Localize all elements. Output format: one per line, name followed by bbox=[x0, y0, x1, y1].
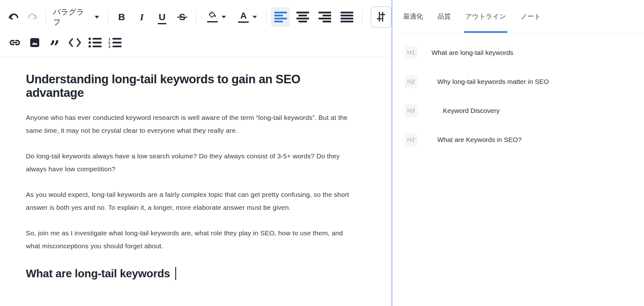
subheading-text: What are long-tail keywords bbox=[26, 267, 170, 280]
blockquote-button[interactable]: ” bbox=[47, 35, 62, 50]
tab-label: 品質 bbox=[438, 12, 451, 21]
outline-item-text: Keyword Discovery bbox=[443, 107, 500, 115]
text-color-bar bbox=[238, 21, 249, 23]
sliders-icon bbox=[375, 11, 387, 24]
outline-item-text: What are long-tail keywords bbox=[432, 49, 513, 56]
side-panel: 最適化 品質 アウトライン ノート H1 What are long-tail … bbox=[392, 0, 644, 306]
tab-outline[interactable]: アウトライン bbox=[465, 0, 506, 33]
document-subheading[interactable]: What are long-tail keywords bbox=[26, 267, 356, 280]
outline-list: H1 What are long-tail keywords H2 Why lo… bbox=[392, 33, 644, 146]
bullet-list-icon bbox=[88, 37, 102, 48]
numbered-list-icon: 1 2 3 bbox=[108, 37, 122, 48]
tab-optimization[interactable]: 最適化 bbox=[403, 0, 423, 33]
align-left-icon bbox=[274, 11, 287, 23]
numbered-list-button[interactable]: 1 2 3 bbox=[108, 35, 122, 50]
paragraph[interactable]: Anyone who has ever conducted keyword re… bbox=[26, 111, 356, 137]
editor-toolbar: パラグラフ B I U S bbox=[0, 0, 391, 57]
toolbar-separator bbox=[45, 10, 46, 24]
toolbar-separator bbox=[196, 10, 196, 24]
editor-settings-button[interactable] bbox=[371, 6, 391, 28]
strikethrough-button[interactable]: S bbox=[175, 9, 189, 25]
heading-level-badge: H3 bbox=[404, 104, 418, 117]
outline-item[interactable]: H3 Keyword Discovery bbox=[404, 104, 635, 117]
outline-item[interactable]: H1 What are long-tail keywords bbox=[404, 46, 635, 59]
svg-text:2: 2 bbox=[108, 41, 110, 45]
toolbar-separator bbox=[362, 10, 362, 24]
toolbar-separator bbox=[107, 10, 108, 24]
code-icon bbox=[68, 38, 82, 48]
chevron-down-icon bbox=[95, 16, 99, 19]
bold-button[interactable]: B bbox=[114, 9, 129, 25]
toolbar-row-1: パラグラフ B I U S bbox=[0, 3, 391, 31]
align-right-icon bbox=[319, 11, 331, 23]
align-center-icon bbox=[296, 11, 309, 23]
tab-notes[interactable]: ノート bbox=[521, 0, 541, 33]
tab-quality[interactable]: 品質 bbox=[438, 0, 451, 33]
outline-item[interactable]: H2 What are Keywords in SEO? bbox=[404, 133, 635, 146]
paragraph[interactable]: As you would expect, long-tail keywords … bbox=[26, 188, 356, 214]
tab-label: 最適化 bbox=[403, 12, 423, 21]
document-title[interactable]: Understanding long-tail keywords to gain… bbox=[26, 73, 356, 100]
toolbar-separator bbox=[266, 10, 266, 24]
undo-icon bbox=[7, 11, 20, 23]
align-center-button[interactable] bbox=[293, 7, 312, 27]
outline-item-text: What are Keywords in SEO? bbox=[437, 136, 522, 144]
text-color-caret[interactable] bbox=[251, 9, 259, 25]
text-color-icon: A bbox=[238, 11, 249, 23]
tab-label: ノート bbox=[521, 12, 541, 21]
toolbar-row-2: ” bbox=[0, 31, 391, 54]
justify-button[interactable] bbox=[337, 7, 356, 27]
align-right-button[interactable] bbox=[315, 7, 334, 27]
paragraph-style-label: パラグラフ bbox=[53, 7, 90, 27]
link-icon bbox=[9, 36, 21, 49]
bold-icon: B bbox=[118, 12, 125, 22]
document-canvas[interactable]: Understanding long-tail keywords to gain… bbox=[0, 57, 391, 280]
heading-level-badge: H2 bbox=[404, 75, 418, 88]
paragraph-style-dropdown[interactable]: パラグラフ bbox=[51, 7, 101, 27]
heading-level-badge: H1 bbox=[404, 46, 418, 59]
image-icon bbox=[29, 37, 40, 48]
bullet-list-button[interactable] bbox=[88, 35, 102, 50]
underline-button[interactable]: U bbox=[155, 9, 169, 25]
paragraph[interactable]: So, join me as I investigate what long-t… bbox=[26, 227, 356, 252]
chevron-down-icon bbox=[222, 16, 226, 18]
blockquote-icon: ” bbox=[50, 38, 60, 56]
code-button[interactable] bbox=[67, 35, 82, 50]
undo-button[interactable] bbox=[6, 9, 21, 25]
tab-label: アウトライン bbox=[465, 12, 506, 21]
outline-item[interactable]: H2 Why long-tail keywords matter in SEO bbox=[404, 75, 635, 88]
redo-icon bbox=[26, 11, 39, 23]
underline-icon: U bbox=[159, 12, 166, 22]
highlight-color-button[interactable] bbox=[205, 9, 220, 25]
paragraph[interactable]: Do long-tail keywords always have a low … bbox=[26, 150, 356, 175]
text-cursor bbox=[175, 267, 176, 280]
link-button[interactable] bbox=[8, 35, 22, 50]
panel-tabs: 最適化 品質 アウトライン ノート bbox=[392, 0, 644, 33]
align-left-button[interactable] bbox=[271, 7, 290, 27]
highlight-color-caret[interactable] bbox=[220, 9, 228, 25]
chevron-down-icon bbox=[253, 16, 257, 18]
editor-area: パラグラフ B I U S bbox=[0, 0, 391, 306]
redo-button[interactable] bbox=[25, 9, 40, 25]
text-color-button[interactable]: A bbox=[236, 9, 251, 25]
fill-bucket-icon bbox=[207, 12, 218, 23]
strikethrough-icon: S bbox=[179, 12, 185, 22]
highlight-color-bar bbox=[207, 21, 218, 23]
outline-item-text: Why long-tail keywords matter in SEO bbox=[437, 78, 549, 85]
heading-level-badge: H2 bbox=[404, 133, 418, 146]
image-button[interactable] bbox=[27, 35, 42, 50]
svg-text:3: 3 bbox=[108, 44, 110, 48]
italic-icon: I bbox=[140, 12, 144, 22]
justify-icon bbox=[341, 11, 353, 23]
italic-button[interactable]: I bbox=[134, 9, 149, 25]
